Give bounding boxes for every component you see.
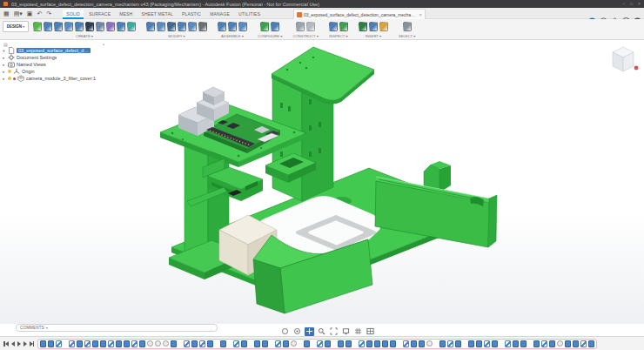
tab-sheet-metal[interactable]: SHEET METAL [138, 10, 176, 19]
section-analysis-icon[interactable] [339, 22, 348, 31]
timeline-feature-icon[interactable] [439, 340, 446, 347]
timeline-feature-icon[interactable] [139, 340, 145, 347]
timeline-feature-icon[interactable] [100, 340, 106, 347]
close-button[interactable]: × [638, 0, 641, 8]
configuration-table-icon[interactable] [271, 22, 279, 31]
press-pull-icon[interactable] [146, 22, 155, 31]
go-to-start-button[interactable] [3, 341, 9, 347]
timeline-feature-icon[interactable] [283, 340, 289, 347]
timeline-feature-icon[interactable] [325, 340, 331, 347]
tab-plastic[interactable]: PLASTIC [178, 10, 205, 19]
browser-options-icon[interactable]: • [103, 42, 104, 47]
timeline-rollback-icon[interactable] [557, 340, 563, 347]
extrude-icon[interactable] [44, 22, 52, 31]
view-cube[interactable] [604, 42, 642, 78]
timeline-sketch-icon[interactable] [447, 340, 453, 347]
timeline-feature-icon[interactable] [241, 340, 247, 347]
as-built-joint-icon[interactable] [238, 22, 247, 31]
save-button-icon[interactable]: ▣ [26, 9, 34, 18]
primitive-torus-icon[interactable] [127, 22, 136, 31]
tab-utilities[interactable]: UTILITIES [235, 10, 264, 19]
timeline-feature-icon[interactable] [304, 340, 310, 347]
maximize-button[interactable]: □ [630, 0, 633, 8]
document-tab[interactable]: 03_exposed_surface_defect_detection_came… [293, 9, 426, 19]
combine-icon[interactable] [178, 22, 186, 31]
ribbon-group-label[interactable]: MODIFY ▾ [168, 34, 184, 38]
timeline-sketch-icon[interactable] [484, 340, 490, 347]
minimize-button[interactable]: – [622, 0, 625, 8]
revolve-icon[interactable] [54, 22, 63, 31]
construct-axis-icon[interactable] [306, 22, 315, 31]
timeline-sketch-icon[interactable] [56, 340, 62, 347]
play-button[interactable] [17, 341, 21, 347]
visibility-bulb-icon[interactable] [8, 77, 11, 80]
measure-icon[interactable] [329, 22, 338, 31]
tree-caret-icon[interactable]: ▸ [2, 56, 6, 60]
timeline-feature-icon[interactable] [390, 340, 396, 347]
configure-icon[interactable] [260, 22, 269, 31]
go-to-end-button[interactable] [30, 341, 35, 347]
timeline-rollback-icon[interactable] [426, 340, 433, 347]
timeline-feature-icon[interactable] [338, 340, 344, 347]
timeline-feature-icon[interactable] [520, 340, 527, 347]
timeline-rollback-icon[interactable] [163, 340, 169, 347]
pattern-icon[interactable] [117, 22, 125, 31]
tree-caret-icon[interactable]: ▸ [2, 70, 6, 74]
timeline-feature-icon[interactable] [588, 340, 594, 347]
timeline-feature-icon[interactable] [48, 340, 54, 347]
visibility-bulb-icon[interactable] [8, 70, 11, 73]
sweep-icon[interactable] [64, 22, 73, 31]
timeline-sketch-icon[interactable] [199, 340, 205, 347]
timeline-feature-icon[interactable] [40, 340, 46, 347]
comments-grip-icon[interactable]: ⋮ [209, 326, 213, 331]
timeline-feature-icon[interactable] [92, 340, 98, 347]
offset-face-icon[interactable] [188, 22, 197, 31]
hole-icon[interactable] [85, 22, 94, 31]
timeline-feature-icon[interactable] [171, 340, 177, 347]
timeline-feature-icon[interactable] [455, 340, 461, 347]
timeline-feature-icon[interactable] [366, 340, 372, 347]
timeline-sketch-icon[interactable] [580, 340, 587, 347]
select-icon[interactable] [403, 22, 412, 31]
timeline-feature-icon[interactable] [549, 340, 555, 347]
offset-plane-icon[interactable] [296, 22, 305, 31]
timeline-feature-icon[interactable] [382, 340, 388, 347]
fit-icon[interactable] [329, 327, 339, 336]
insert-mesh-icon[interactable] [379, 22, 388, 31]
timeline-sketch-icon[interactable] [359, 340, 365, 347]
ribbon-group-label[interactable]: CONFIGURE ▾ [258, 34, 282, 38]
create-form-icon[interactable] [106, 22, 115, 31]
ribbon-group-label[interactable]: INSERT ▾ [366, 34, 381, 38]
joint-icon[interactable] [228, 22, 237, 31]
tab-manage[interactable]: MANAGE [206, 10, 233, 19]
timeline-sketch-icon[interactable] [233, 340, 239, 347]
workspace-selector[interactable]: DESIGN ▾ [3, 21, 29, 32]
model-canvas[interactable]: ▤ • ▾03_exposed_surface_defect_d…▸Docume… [0, 40, 644, 324]
data-panel-toggle-icon[interactable]: ▦ [3, 9, 10, 18]
ribbon-group-label[interactable]: CREATE ▾ [76, 34, 93, 38]
timeline-feature-icon[interactable] [411, 340, 417, 347]
tree-caret-icon[interactable]: ▸ [2, 77, 6, 81]
look-at-icon[interactable] [292, 327, 302, 336]
ribbon-group-label[interactable]: INSPECT ▾ [329, 34, 347, 38]
timeline-sketch-icon[interactable] [317, 340, 323, 347]
step-forward-button[interactable] [23, 341, 27, 347]
timeline-rollback-icon[interactable] [155, 340, 161, 347]
timeline-feature-icon[interactable] [513, 340, 519, 347]
timeline-feature-icon[interactable] [565, 340, 571, 347]
undo-button-icon[interactable]: ↶ [36, 9, 43, 18]
timeline-feature-icon[interactable] [220, 340, 226, 347]
zoom-icon[interactable] [317, 327, 326, 336]
browser-row[interactable]: ▾03_exposed_surface_defect_d… [2, 47, 106, 54]
display-settings-icon[interactable] [341, 327, 351, 336]
orbit-icon[interactable] [280, 327, 290, 336]
tree-caret-icon[interactable]: ▾ [2, 49, 6, 53]
move-copy-icon[interactable] [198, 22, 207, 31]
layers-icon[interactable]: ▤ [3, 42, 8, 47]
browser-row[interactable]: ▸Origin [2, 68, 106, 75]
fillet-icon[interactable] [157, 22, 165, 31]
timeline-sketch-icon[interactable] [69, 340, 75, 347]
timeline-feature-icon[interactable] [533, 340, 540, 347]
ribbon-group-label[interactable]: SELECT ▾ [399, 34, 415, 38]
timeline-sketch-icon[interactable] [275, 340, 281, 347]
